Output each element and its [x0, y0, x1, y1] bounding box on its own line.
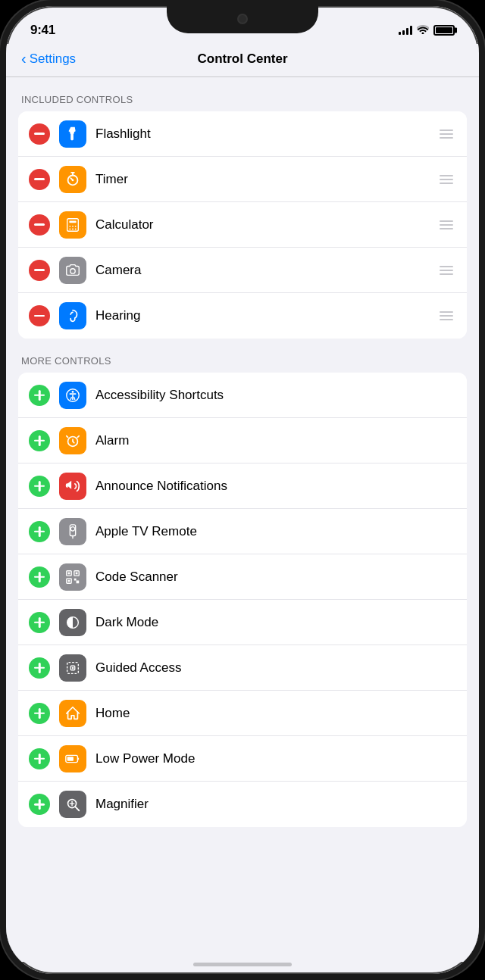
accessibility-label: Accessibility Shortcuts — [95, 388, 456, 403]
volume-up-button[interactable] — [0, 142, 3, 180]
volume-down-button[interactable] — [0, 195, 3, 256]
plus-icon — [34, 708, 45, 719]
more-controls-list: Accessibility Shortcuts Alarm — [18, 373, 467, 827]
drag-handle[interactable] — [436, 126, 456, 142]
drag-line — [440, 270, 453, 271]
drag-handle[interactable] — [436, 308, 456, 323]
list-item[interactable]: Dark Mode — [18, 600, 467, 645]
guidedaccess-label: Guided Access — [95, 660, 456, 676]
list-item[interactable]: Guided Access — [18, 645, 467, 691]
add-home-button[interactable] — [29, 703, 50, 724]
remove-camera-button[interactable] — [29, 260, 50, 281]
svg-rect-22 — [68, 579, 70, 582]
drag-handle[interactable] — [436, 263, 456, 278]
drag-line — [440, 224, 453, 226]
add-darkmode-button[interactable] — [29, 612, 50, 633]
svg-point-5 — [72, 225, 74, 226]
drag-line — [440, 179, 453, 180]
hearing-icon — [59, 302, 86, 329]
codescanner-label: Code Scanner — [95, 570, 456, 585]
remove-calculator-button[interactable] — [29, 214, 50, 236]
appletv-icon — [59, 518, 86, 545]
status-time: 9:41 — [30, 23, 55, 38]
appletv-label: Apple TV Remote — [95, 524, 456, 539]
drag-line — [440, 137, 453, 139]
plus-icon — [34, 435, 45, 446]
signal-bar-2 — [402, 30, 405, 35]
power-button[interactable] — [482, 211, 485, 294]
svg-rect-18 — [68, 572, 70, 574]
add-lowpower-button[interactable] — [29, 748, 50, 769]
phone-frame: 9:41 ‹ Setting — [0, 0, 485, 980]
list-item[interactable]: Timer — [18, 157, 467, 202]
darkmode-icon — [59, 609, 86, 636]
remove-hearing-button[interactable] — [29, 305, 50, 326]
home-icon — [59, 700, 86, 727]
drag-handle[interactable] — [436, 172, 456, 187]
plus-icon — [34, 390, 45, 401]
battery-icon — [433, 25, 455, 36]
home-label: Home — [95, 706, 456, 721]
add-appletv-button[interactable] — [29, 521, 50, 542]
svg-point-7 — [69, 228, 70, 229]
page-title: Control Center — [169, 51, 317, 67]
more-controls-header: MORE CONTROLS — [6, 339, 479, 373]
add-guidedaccess-button[interactable] — [29, 657, 50, 679]
svg-line-30 — [75, 807, 79, 810]
included-controls-header: INCLUDED CONTROLS — [6, 77, 479, 111]
drag-line — [440, 133, 453, 135]
list-item[interactable]: Home — [18, 691, 467, 736]
svg-point-9 — [75, 228, 77, 229]
back-chevron-icon: ‹ — [21, 50, 27, 67]
signal-bar-3 — [406, 28, 408, 35]
list-item[interactable]: Camera — [18, 248, 467, 293]
announce-icon — [59, 473, 86, 500]
battery-fill — [436, 27, 452, 33]
add-codescanner-button[interactable] — [29, 566, 50, 588]
codescanner-icon — [59, 563, 86, 591]
drag-line — [440, 175, 453, 176]
add-announce-button[interactable] — [29, 476, 50, 497]
list-item[interactable]: Announce Notifications — [18, 463, 467, 509]
svg-point-8 — [72, 228, 74, 229]
list-item[interactable]: Flashlight — [18, 111, 467, 157]
remove-flashlight-button[interactable] — [29, 123, 50, 145]
list-item[interactable]: Calculator — [18, 202, 467, 248]
back-label: Settings — [30, 51, 76, 67]
svg-point-4 — [69, 225, 70, 226]
drag-line — [440, 220, 453, 222]
timer-icon — [59, 166, 86, 193]
add-magnifier-button[interactable] — [29, 794, 50, 815]
included-controls-list: Flashlight Timer — [18, 111, 467, 339]
list-item[interactable]: Alarm — [18, 418, 467, 463]
add-accessibility-button[interactable] — [29, 385, 50, 406]
svg-point-6 — [75, 225, 77, 226]
back-button[interactable]: ‹ Settings — [21, 50, 169, 67]
hearing-label: Hearing — [95, 308, 427, 323]
plus-icon — [34, 572, 45, 582]
drag-line — [440, 266, 453, 267]
calculator-icon — [59, 211, 86, 239]
svg-rect-3 — [69, 220, 76, 223]
list-item[interactable]: Low Power Mode — [18, 736, 467, 782]
plus-icon — [34, 754, 45, 764]
list-item[interactable]: Magnifier — [18, 782, 467, 827]
camera-label: Camera — [95, 263, 427, 278]
accessibility-icon — [59, 382, 86, 409]
remove-timer-button[interactable] — [29, 169, 50, 190]
drag-handle[interactable] — [436, 217, 456, 233]
drag-line — [440, 183, 453, 184]
svg-point-1 — [72, 179, 74, 181]
drag-line — [440, 273, 453, 275]
list-item[interactable]: Apple TV Remote — [18, 509, 467, 554]
alarm-label: Alarm — [95, 433, 456, 448]
list-item[interactable]: Accessibility Shortcuts — [18, 373, 467, 418]
notch — [167, 6, 318, 33]
add-alarm-button[interactable] — [29, 430, 50, 451]
plus-icon — [34, 526, 45, 537]
silent-switch[interactable] — [0, 270, 3, 330]
magnifier-label: Magnifier — [95, 797, 456, 812]
list-item[interactable]: Hearing — [18, 293, 467, 339]
list-item[interactable]: Code Scanner — [18, 554, 467, 600]
magnifier-icon — [59, 791, 86, 818]
